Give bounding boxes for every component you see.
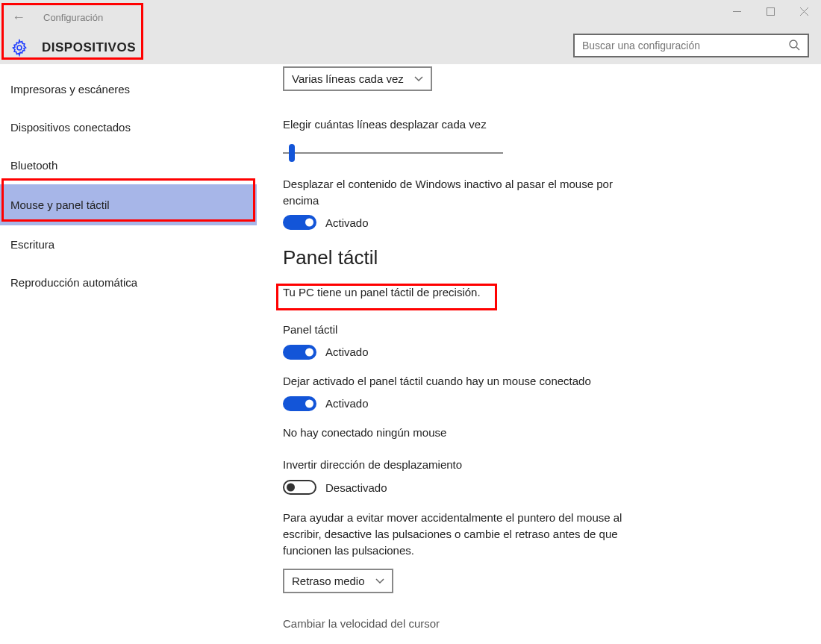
sidebar: Impresoras y escáneres Dispositivos cone…	[0, 64, 257, 644]
sidebar-item-printers[interactable]: Impresoras y escáneres	[0, 70, 257, 108]
inactive-scroll-toggle[interactable]	[283, 215, 316, 230]
touchpad-toggle[interactable]	[283, 345, 316, 360]
toggle-state-label: Desactivado	[325, 481, 387, 494]
search-input[interactable]	[582, 40, 788, 51]
invert-toggle[interactable]	[283, 480, 316, 495]
sidebar-item-bluetooth[interactable]: Bluetooth	[0, 146, 257, 184]
setting-label: Invertir dirección de desplazamiento	[283, 457, 821, 473]
toggle-state-label: Activado	[325, 397, 369, 410]
window-controls	[720, 0, 821, 22]
toggle-state-label: Activado	[325, 216, 369, 229]
minimize-button[interactable]	[720, 0, 754, 22]
section-title-touchpad: Panel táctil	[283, 246, 821, 269]
window-header: ← Configuración DISPOSITIVOS	[0, 0, 821, 64]
scroll-mode-setting: Varias líneas cada vez	[283, 66, 821, 91]
no-mouse-msg: No hay conectado ningún mouse	[283, 425, 821, 441]
setting-label: Dejar activado el panel táctil cuando ha…	[283, 373, 821, 390]
chevron-down-icon	[414, 74, 423, 84]
lines-slider-setting: Elegir cuántas líneas desplazar cada vez	[283, 116, 821, 161]
precision-touchpad-msg: Tu PC tiene un panel táctil de precisión…	[283, 284, 821, 301]
leave-on-toggle[interactable]	[283, 396, 316, 411]
search-box[interactable]	[573, 34, 809, 57]
tap-delay-dropdown[interactable]: Retraso medio	[283, 569, 393, 593]
svg-point-5	[790, 40, 797, 48]
maximize-button[interactable]	[754, 0, 787, 22]
cursor-speed-label: Cambiar la velocidad del cursor	[283, 616, 821, 632]
svg-point-0	[17, 46, 22, 50]
sidebar-item-label: Bluetooth	[10, 159, 57, 172]
leave-on-setting: Dejar activado el panel táctil cuando ha…	[283, 373, 821, 411]
svg-rect-2	[767, 7, 775, 15]
setting-label: Panel táctil	[283, 322, 821, 338]
search-icon[interactable]	[788, 39, 800, 53]
sidebar-item-typing[interactable]: Escritura	[0, 225, 257, 263]
svg-line-6	[796, 47, 799, 50]
toggle-state-label: Activado	[325, 346, 369, 358]
scroll-mode-dropdown[interactable]: Varias líneas cada vez	[283, 66, 432, 91]
tap-delay-help-text: Para ayudar a evitar mover accidentalmen…	[283, 510, 645, 558]
sidebar-item-label: Mouse y panel táctil	[10, 198, 110, 211]
sidebar-item-label: Impresoras y escáneres	[10, 83, 130, 96]
slider-thumb[interactable]	[289, 144, 295, 162]
window-title: Configuración	[43, 12, 103, 23]
gear-icon	[10, 39, 28, 57]
dropdown-value: Retraso medio	[292, 575, 365, 587]
invert-direction-setting: Invertir dirección de desplazamiento Des…	[283, 457, 821, 495]
close-button[interactable]	[787, 0, 821, 22]
sidebar-item-label: Dispositivos conectados	[10, 121, 131, 134]
sidebar-item-mouse-touchpad[interactable]: Mouse y panel táctil	[0, 184, 257, 225]
setting-label: Desplazar el contenido de Windows inacti…	[283, 176, 649, 209]
touchpad-setting: Panel táctil Activado	[283, 322, 821, 360]
dropdown-value: Varias líneas cada vez	[292, 72, 404, 85]
back-icon[interactable]: ←	[12, 10, 25, 24]
chevron-down-icon	[375, 576, 384, 587]
sidebar-item-connected-devices[interactable]: Dispositivos conectados	[0, 108, 257, 146]
sidebar-item-label: Escritura	[10, 238, 54, 251]
inactive-scroll-setting: Desplazar el contenido de Windows inacti…	[283, 176, 649, 231]
setting-label: Elegir cuántas líneas desplazar cada vez	[283, 116, 821, 133]
slider-track	[283, 152, 503, 154]
category-title: DISPOSITIVOS	[42, 40, 136, 55]
content-pane: Varias líneas cada vez Elegir cuántas lí…	[257, 64, 821, 644]
sidebar-item-autoplay[interactable]: Reproducción automática	[0, 263, 257, 301]
sidebar-item-label: Reproducción automática	[10, 276, 137, 289]
lines-slider[interactable]	[283, 145, 503, 161]
